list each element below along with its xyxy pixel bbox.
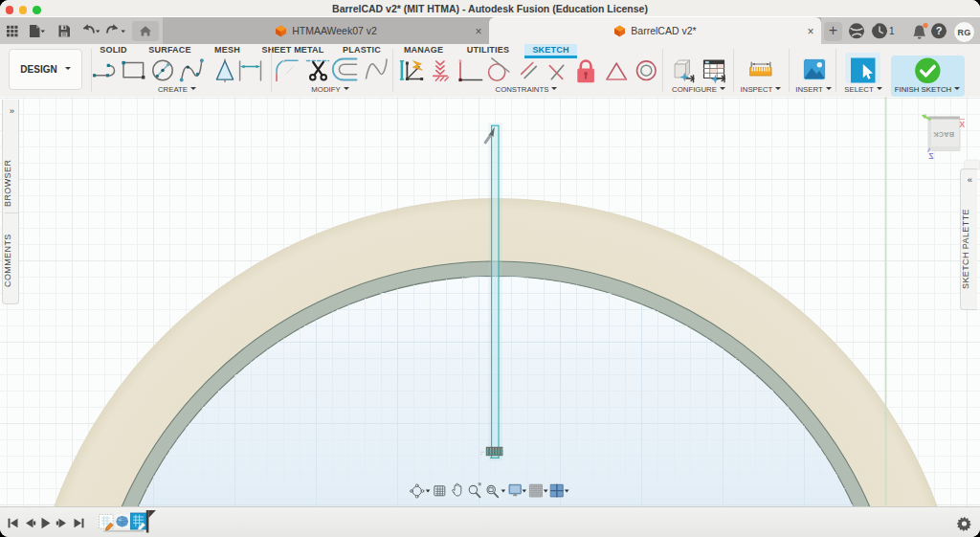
viewcube-left-edge	[928, 120, 931, 151]
constraint-equal-icon[interactable]	[607, 63, 626, 79]
document-tab-label: BarrelCAD v2*	[631, 25, 696, 36]
constraint-lock-icon[interactable]	[577, 60, 594, 82]
avatar[interactable]: RG	[953, 21, 975, 43]
rectangle-tool-icon[interactable]	[122, 60, 145, 78]
timeline-contents	[0, 507, 980, 537]
viewcube-x-label-text: X	[959, 120, 965, 129]
timeline-feature-form[interactable]	[116, 514, 130, 528]
comments-panel-tab[interactable]: COMMENTS	[3, 232, 20, 289]
trim-tool-icon[interactable]	[307, 60, 329, 79]
go-to-end-button[interactable]	[75, 518, 84, 527]
mirror-tool-icon[interactable]	[216, 59, 233, 82]
grid-settings-icon[interactable]	[530, 484, 543, 497]
constraint-concentric-icon[interactable]	[637, 60, 657, 79]
constraint-tangent-icon[interactable]	[489, 57, 509, 79]
timeline-feature-sketch2-active[interactable]	[131, 513, 147, 530]
app-grid-icon[interactable]	[7, 26, 18, 37]
chevron-down-icon	[954, 87, 960, 90]
right-panel-strip: « SKETCH PALETTE	[960, 168, 977, 310]
redo-icon[interactable]	[107, 24, 118, 33]
fusion-document-icon	[613, 25, 626, 37]
measure-icon[interactable]	[750, 62, 771, 76]
macos-titlebar: BarrelCAD v2* (MIT HTMA) - Autodesk Fusi…	[0, 0, 980, 16]
configuration-table-icon[interactable]	[704, 60, 725, 83]
job-count: 1	[889, 26, 895, 36]
new-tab-button[interactable]: +	[824, 22, 842, 41]
constraint-horizontal-vertical-icon[interactable]	[458, 59, 481, 81]
sketch-rectangle	[492, 125, 499, 458]
left-panel-strip: » BROWSER COMMENTS	[2, 100, 19, 304]
close-tab-icon[interactable]: ×	[804, 25, 817, 38]
configuration-icon[interactable]	[676, 60, 695, 82]
spline-tool-icon[interactable]	[180, 58, 204, 81]
timeline-playback	[9, 517, 84, 528]
viewcube-z-label-text: Z	[928, 151, 933, 161]
viewcube-face-label: BACK	[933, 130, 954, 139]
play-button[interactable]	[42, 517, 51, 528]
fillet-tool-icon[interactable]	[277, 60, 298, 81]
viewport-canvas[interactable]: BACK X Z	[0, 97, 980, 506]
application-bar: HTMAAWeek07 v2 × BarrelCAD v2* × + 1	[0, 16, 980, 44]
viewcube-x-axis-label: X	[959, 120, 965, 130]
document-tab-active[interactable]: BarrelCAD v2* ×	[489, 17, 821, 45]
step-forward-button[interactable]	[56, 518, 66, 527]
timeline-settings-gear-icon[interactable]	[957, 516, 971, 530]
break-tool-icon[interactable]	[367, 59, 388, 78]
status-icons: 1 ?	[847, 17, 962, 45]
constraint-fix-icon[interactable]	[434, 61, 448, 80]
sketch-palette-panel-tab[interactable]: SKETCH PALETTE	[961, 196, 978, 302]
group-label-text: FINISH SKETCH	[895, 85, 951, 94]
ribbon-toolbar: SOLID SURFACE MESH SHEET METAL PLASTIC M…	[0, 44, 980, 98]
home-icon	[139, 25, 152, 37]
timeline-bar	[0, 506, 980, 537]
constraint-dimension-icon[interactable]	[400, 60, 423, 79]
sketch-dimension-tool-icon[interactable]	[240, 61, 261, 80]
timeline-feature-sketch1[interactable]	[100, 514, 114, 530]
constraint-coincident-icon[interactable]	[549, 65, 563, 78]
go-to-start-button[interactable]	[9, 518, 18, 527]
fusion-window: BarrelCAD v2* (MIT HTMA) - Autodesk Fusi…	[0, 0, 980, 537]
document-tab-strip: HTMAAWeek07 v2 × BarrelCAD v2* ×	[163, 17, 821, 45]
group-label-finish-sketch[interactable]: FINISH SKETCH	[860, 85, 980, 94]
sketch-rectangle-selected[interactable]	[488, 123, 501, 460]
sketch-viewport: BACK X Z	[0, 97, 980, 506]
help-icon[interactable]: ?	[931, 23, 947, 38]
browser-panel-tab[interactable]: BROWSER	[3, 157, 20, 210]
document-tab-inactive[interactable]: HTMAAWeek07 v2 ×	[163, 17, 489, 45]
select-tool-icon[interactable]	[851, 57, 876, 82]
circle-tool-icon[interactable]	[153, 60, 172, 79]
step-back-button[interactable]	[26, 518, 35, 527]
undo-icon[interactable]	[83, 24, 94, 33]
undo-dropdown-caret[interactable]	[96, 31, 100, 34]
viewports-icon[interactable]	[551, 484, 564, 497]
constraint-parallel-icon[interactable]	[522, 62, 537, 78]
line-tool-icon[interactable]	[93, 63, 115, 77]
timeline-position-marker[interactable]	[146, 510, 156, 533]
document-tab-label: HTMAAWeek07 v2	[292, 25, 377, 36]
window-title: BarrelCAD v2* (MIT HTMA) - Autodesk Fusi…	[0, 3, 980, 14]
save-icon[interactable]	[59, 26, 71, 37]
redo-dropdown-caret[interactable]	[122, 31, 125, 34]
panel-divider	[5, 213, 18, 213]
finish-sketch-icon[interactable]	[915, 57, 940, 82]
expand-sketch-palette-icon[interactable]: «	[961, 174, 978, 185]
file-menu-icon[interactable]	[30, 25, 45, 37]
offset-tool-icon[interactable]	[333, 58, 357, 79]
close-tab-icon[interactable]: ×	[472, 25, 485, 38]
job-status-icon[interactable]	[872, 23, 887, 38]
notifications-bell-icon[interactable]	[914, 23, 928, 39]
expand-browser-icon[interactable]: »	[3, 105, 20, 116]
fusion-document-icon	[275, 25, 287, 37]
insert-image-icon[interactable]	[803, 58, 826, 80]
extensions-icon[interactable]	[849, 23, 864, 38]
ribbon-icons	[0, 44, 980, 98]
home-view-button[interactable]	[132, 21, 159, 42]
help-glyph: ?	[936, 25, 943, 36]
